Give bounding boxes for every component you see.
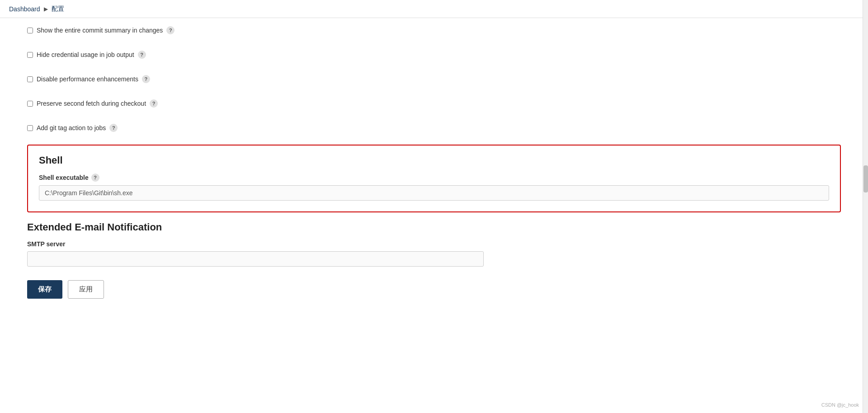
shell-help-badge[interactable]: ?: [91, 174, 99, 182]
help-badge-5[interactable]: ?: [109, 124, 118, 132]
checkbox-show-commit-label: Show the entire commit summary in change…: [37, 27, 163, 34]
checkbox-item-2: Hide credential usage in job output ?: [27, 42, 841, 67]
breadcrumb-separator: ▶: [44, 6, 48, 12]
email-section-title: Extended E-mail Notification: [27, 221, 841, 233]
checkbox-show-commit[interactable]: [27, 28, 33, 33]
email-section: Extended E-mail Notification SMTP server: [27, 221, 841, 267]
apply-button[interactable]: 应用: [68, 280, 104, 299]
checkbox-item-3: Disable performance enhancements ?: [27, 67, 841, 91]
help-badge-4[interactable]: ?: [150, 99, 158, 108]
smtp-server-input[interactable]: [27, 251, 484, 267]
shell-executable-label: Shell executable ?: [39, 174, 829, 182]
help-badge-2[interactable]: ?: [138, 51, 146, 59]
checkbox-disable-perf[interactable]: [27, 76, 33, 82]
help-badge-3[interactable]: ?: [142, 75, 150, 83]
checkbox-item-4: Preserve second fetch during checkout ?: [27, 91, 841, 116]
main-content: Show the entire commit summary in change…: [0, 18, 868, 413]
help-badge-1[interactable]: ?: [166, 26, 175, 34]
checkbox-item-1: Show the entire commit summary in change…: [27, 18, 841, 42]
checkbox-hide-credential[interactable]: [27, 52, 33, 58]
breadcrumb-bar: Dashboard ▶ 配置: [0, 0, 868, 18]
breadcrumb-current: 配置: [52, 5, 64, 13]
checkbox-preserve-fetch[interactable]: [27, 101, 33, 107]
checkbox-preserve-fetch-label: Preserve second fetch during checkout: [37, 100, 146, 107]
shell-executable-input[interactable]: [39, 185, 829, 201]
scrollbar[interactable]: [863, 0, 868, 413]
shell-section-title: Shell: [39, 155, 829, 166]
checkbox-item-5: Add git tag action to jobs ?: [27, 116, 841, 140]
watermark: CSDN @jc_hook: [821, 402, 859, 408]
shell-section: Shell Shell executable ?: [27, 145, 841, 212]
checkbox-add-git-tag[interactable]: [27, 125, 33, 131]
checkbox-add-git-tag-label: Add git tag action to jobs: [37, 124, 106, 131]
smtp-server-label: SMTP server: [27, 240, 841, 248]
save-button[interactable]: 保存: [27, 280, 62, 299]
button-row: 保存 应用: [27, 280, 841, 299]
scrollbar-thumb[interactable]: [863, 165, 868, 192]
checkbox-disable-perf-label: Disable performance enhancements: [37, 75, 138, 83]
breadcrumb-dashboard[interactable]: Dashboard: [9, 5, 40, 13]
checkbox-hide-credential-label: Hide credential usage in job output: [37, 51, 134, 58]
